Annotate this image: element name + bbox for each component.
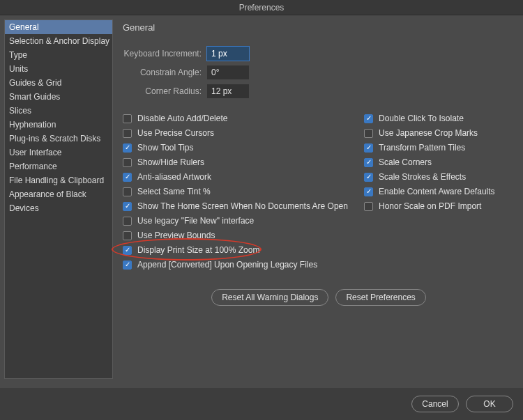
sidebar-item-general[interactable]: General	[5, 20, 112, 34]
checkbox-icon[interactable]	[123, 129, 132, 138]
checkbox-label: Scale Corners	[379, 157, 432, 167]
content-area: GeneralSelection & Anchor DisplayTypeUni…	[0, 15, 523, 379]
main-panel: General Keyboard Increment: Constrain An…	[120, 20, 519, 379]
checkbox-icon[interactable]	[364, 114, 373, 123]
sidebar-item-file-handling-clipboard[interactable]: File Handling & Clipboard	[5, 173, 112, 187]
checkbox-label: Disable Auto Add/Delete	[137, 114, 227, 123]
checkbox-icon[interactable]	[364, 202, 373, 211]
sidebar-item-slices[interactable]: Slices	[5, 104, 112, 118]
checkbox-icon[interactable]	[364, 187, 373, 196]
checkbox-label: Select Same Tint %	[137, 187, 211, 196]
checkbox-row[interactable]: Transform Pattern Tiles	[364, 143, 495, 153]
checkbox-label: Show The Home Screen When No Documents A…	[137, 201, 348, 211]
panel-button-row: Reset All Warning Dialogs Reset Preferen…	[123, 289, 515, 306]
checkbox-label: Use legacy "File New" interface	[137, 216, 254, 226]
checkbox-icon[interactable]	[364, 173, 373, 182]
checkbox-label: Display Print Size at 100% Zoom	[137, 245, 259, 255]
checkbox-row[interactable]: Double Click To Isolate	[364, 114, 495, 123]
checkbox-icon[interactable]	[364, 143, 373, 153]
sidebar-item-plug-ins-scratch-disks[interactable]: Plug-ins & Scratch Disks	[5, 132, 112, 146]
checkbox-row[interactable]: Use Japanese Crop Marks	[364, 128, 495, 138]
checkbox-row[interactable]: Show/Hide Rulers	[123, 157, 364, 167]
checkbox-label: Show Tool Tips	[137, 143, 194, 153]
checkbox-row[interactable]: Enable Content Aware Defaults	[364, 187, 495, 196]
ok-button[interactable]: OK	[466, 396, 513, 412]
sidebar-item-smart-guides[interactable]: Smart Guides	[5, 90, 112, 104]
window-titlebar: Preferences	[0, 0, 523, 15]
checkbox-label: Anti-aliased Artwork	[137, 172, 211, 182]
category-sidebar: GeneralSelection & Anchor DisplayTypeUni…	[4, 20, 113, 379]
sidebar-item-appearance-of-black[interactable]: Appearance of Black	[5, 187, 112, 201]
constrain-angle-input[interactable]	[207, 65, 249, 79]
field-constrain-angle: Constrain Angle:	[123, 65, 515, 79]
sidebar-item-devices[interactable]: Devices	[5, 201, 112, 215]
checkbox-row[interactable]: Use legacy "File New" interface	[123, 216, 364, 226]
checkbox-row[interactable]: Append [Converted] Upon Opening Legacy F…	[123, 260, 364, 270]
field-label: Constrain Angle:	[123, 68, 202, 77]
checkbox-label: Show/Hide Rulers	[137, 157, 204, 167]
cancel-button[interactable]: Cancel	[411, 396, 459, 412]
checkbox-icon[interactable]	[123, 231, 132, 240]
checkbox-label: Use Preview Bounds	[137, 231, 215, 240]
reset-preferences-button[interactable]: Reset Preferences	[335, 289, 425, 306]
dialog-footer: Cancel OK	[0, 388, 523, 420]
checkbox-icon[interactable]	[123, 246, 132, 255]
checkbox-row[interactable]: Disable Auto Add/Delete	[123, 114, 364, 123]
checkbox-row[interactable]: Use Preview Bounds	[123, 231, 364, 240]
checkbox-row[interactable]: Show The Home Screen When No Documents A…	[123, 201, 364, 211]
checkbox-row[interactable]: Anti-aliased Artwork	[123, 172, 364, 182]
checkbox-icon[interactable]	[123, 173, 132, 182]
checkbox-icon[interactable]	[123, 158, 132, 167]
checkbox-icon[interactable]	[123, 114, 132, 123]
checkbox-label: Double Click To Isolate	[379, 114, 464, 123]
checkbox-row[interactable]: Use Precise Cursors	[123, 128, 364, 138]
checkbox-label: Transform Pattern Tiles	[379, 143, 465, 153]
checkbox-row[interactable]: Display Print Size at 100% Zoom	[123, 245, 364, 255]
sidebar-item-hyphenation[interactable]: Hyphenation	[5, 118, 112, 132]
sidebar-item-user-interface[interactable]: User Interface	[5, 146, 112, 160]
sidebar-item-selection-anchor-display[interactable]: Selection & Anchor Display	[5, 34, 112, 48]
sidebar-item-guides-grid[interactable]: Guides & Grid	[5, 76, 112, 90]
field-label: Corner Radius:	[123, 86, 202, 96]
checkbox-icon[interactable]	[123, 217, 132, 226]
checkbox-icon[interactable]	[123, 260, 132, 270]
sidebar-item-units[interactable]: Units	[5, 62, 112, 76]
field-label: Keyboard Increment:	[123, 49, 202, 59]
checkbox-label: Honor Scale on PDF Import	[379, 201, 481, 211]
corner-radius-input[interactable]	[207, 84, 249, 98]
checkbox-label: Use Japanese Crop Marks	[379, 128, 478, 138]
checkbox-label: Use Precise Cursors	[137, 128, 214, 138]
keyboard-increment-input[interactable]	[207, 47, 249, 61]
checkbox-icon[interactable]	[364, 129, 373, 138]
checkbox-icon[interactable]	[123, 202, 132, 211]
reset-warnings-button[interactable]: Reset All Warning Dialogs	[211, 289, 328, 306]
sidebar-item-performance[interactable]: Performance	[5, 160, 112, 173]
checkbox-row[interactable]: Scale Corners	[364, 157, 495, 167]
field-keyboard-increment: Keyboard Increment:	[123, 47, 515, 61]
checkbox-label: Enable Content Aware Defaults	[379, 187, 495, 196]
checkbox-row[interactable]: Honor Scale on PDF Import	[364, 201, 495, 211]
checkbox-row[interactable]: Select Same Tint %	[123, 187, 364, 196]
checkbox-icon[interactable]	[123, 187, 132, 196]
checkbox-row[interactable]: Scale Strokes & Effects	[364, 172, 495, 182]
sidebar-item-type[interactable]: Type	[5, 48, 112, 62]
checkbox-row[interactable]: Show Tool Tips	[123, 143, 364, 153]
checkbox-column-left: Disable Auto Add/DeleteUse Precise Curso…	[123, 114, 364, 270]
checkbox-label: Append [Converted] Upon Opening Legacy F…	[137, 260, 317, 270]
checkbox-icon[interactable]	[123, 143, 132, 153]
field-corner-radius: Corner Radius:	[123, 84, 515, 98]
window-title: Preferences	[239, 3, 285, 13]
checkbox-column-right: Double Click To IsolateUse Japanese Crop…	[364, 114, 495, 270]
checkbox-label: Scale Strokes & Effects	[379, 172, 466, 182]
checkbox-columns: Disable Auto Add/DeleteUse Precise Curso…	[123, 114, 515, 270]
checkbox-icon[interactable]	[364, 158, 373, 167]
panel-heading: General	[123, 22, 515, 33]
